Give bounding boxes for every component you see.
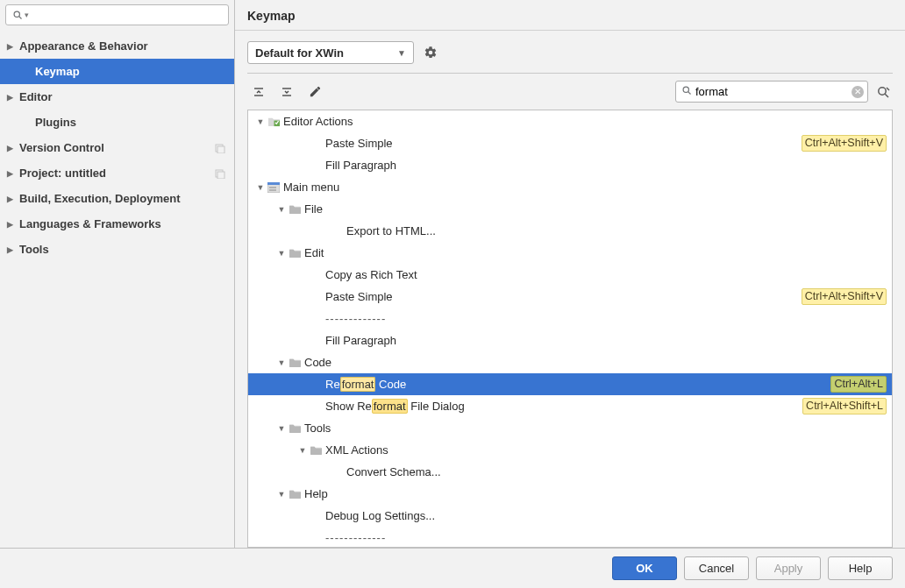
sidebar-item-label: Tools: [19, 243, 49, 256]
keymap-toolbar: ✕: [247, 79, 893, 110]
tree-row[interactable]: -------------: [248, 527, 892, 548]
svg-rect-3: [217, 146, 224, 153]
tree-row[interactable]: Debug Log Settings...: [248, 505, 892, 527]
tree-row[interactable]: ▼Editor Actions: [248, 110, 892, 132]
tree-row[interactable]: Export to HTML...: [248, 220, 892, 242]
chevron-down-icon: ▼: [276, 205, 287, 214]
chevron-right-icon: ▶: [7, 220, 17, 229]
svg-line-1: [19, 17, 22, 19]
chevron-right-icon: ▶: [7, 42, 17, 51]
chevron-down-icon: ▼: [255, 183, 266, 192]
sidebar-item-label: Appearance & Behavior: [19, 39, 148, 53]
tree-row-label: Tools: [303, 422, 887, 435]
tree-row-label: -------------: [324, 531, 887, 544]
settings-sidebar: ▾ ▶Appearance & BehaviorKeymap▶EditorPlu…: [0, 0, 235, 548]
tree-row-label: Copy as Rich Text: [324, 268, 887, 281]
sidebar-item-languages-frameworks[interactable]: ▶Languages & Frameworks: [0, 211, 234, 237]
find-shortcut-icon[interactable]: [873, 82, 893, 102]
help-button[interactable]: Help: [828, 556, 893, 580]
sidebar-item-keymap[interactable]: Keymap: [0, 59, 234, 84]
dialog-footer: OK Cancel Apply Help: [0, 549, 905, 588]
tree-row[interactable]: ▼Help: [248, 483, 892, 505]
tree-row[interactable]: ▼Tools: [248, 417, 892, 439]
action-search-input[interactable]: [695, 85, 848, 98]
sidebar-item-plugins[interactable]: Plugins: [0, 110, 234, 135]
sidebar-item-tools[interactable]: ▶Tools: [0, 237, 234, 262]
tree-row[interactable]: Fill Paragraph: [248, 329, 892, 351]
tree-row[interactable]: Show Reformat File DialogCtrl+Alt+Shift+…: [248, 395, 892, 417]
tree-row-label: Editor Actions: [281, 115, 887, 128]
chevron-down-icon: ▼: [276, 424, 287, 433]
clear-icon[interactable]: ✕: [852, 86, 864, 98]
svg-rect-5: [217, 172, 224, 179]
sidebar-item-build-execution-deployment[interactable]: ▶Build, Execution, Deployment: [0, 186, 234, 211]
tree-row[interactable]: ▼XML Actions: [248, 439, 892, 461]
tree-row[interactable]: Fill Paragraph: [248, 154, 892, 176]
folder-icon: [308, 444, 324, 456]
svg-point-12: [879, 87, 886, 94]
svg-point-0: [14, 11, 19, 17]
ok-button[interactable]: OK: [612, 556, 677, 580]
tree-row-label: Fill Paragraph: [324, 159, 887, 172]
chevron-down-icon: ▾: [25, 11, 29, 19]
tree-row[interactable]: ▼File: [248, 198, 892, 220]
shortcut-badge: Ctrl+Alt+Shift+V: [802, 288, 887, 305]
tree-row-label: Code: [303, 356, 887, 369]
sidebar-nav: ▶Appearance & BehaviorKeymap▶EditorPlugi…: [0, 32, 234, 548]
sidebar-item-label: Version Control: [19, 141, 104, 154]
tree-row-label: Paste Simple: [324, 290, 802, 303]
chevron-down-icon: ▼: [297, 446, 308, 455]
tree-row[interactable]: ▼Edit: [248, 242, 892, 264]
edit-icon[interactable]: [305, 82, 324, 102]
sidebar-item-appearance-behavior[interactable]: ▶Appearance & Behavior: [0, 33, 234, 59]
folder-icon: [287, 357, 303, 368]
svg-rect-17: [267, 182, 280, 185]
project-scope-icon: [215, 143, 225, 153]
chevron-down-icon: ▼: [255, 117, 266, 126]
tree-row-label: Convert Schema...: [345, 465, 887, 478]
tree-row[interactable]: -------------: [248, 308, 892, 329]
cancel-button[interactable]: Cancel: [684, 556, 749, 580]
search-icon: [681, 85, 692, 98]
chevron-down-icon: ▼: [397, 48, 406, 58]
action-search-field[interactable]: ✕: [675, 81, 868, 103]
sidebar-search-input[interactable]: [32, 9, 223, 22]
keymap-scheme-combo[interactable]: Default for XWin ▼: [247, 41, 414, 64]
tree-row[interactable]: Paste SimpleCtrl+Alt+Shift+V: [248, 132, 892, 154]
expand-all-icon[interactable]: [249, 82, 268, 102]
sidebar-search-box[interactable]: ▾: [5, 4, 229, 25]
tree-row[interactable]: Copy as Rich Text: [248, 264, 892, 286]
tree-row[interactable]: Reformat CodeCtrl+Alt+L: [248, 373, 892, 395]
shortcut-badge: Ctrl+Alt+L: [830, 376, 887, 393]
tree-row-label: Paste Simple: [324, 137, 802, 150]
tree-row[interactable]: ▼Code: [248, 351, 892, 373]
chevron-right-icon: ▶: [7, 93, 17, 102]
sidebar-item-version-control[interactable]: ▶Version Control: [0, 135, 234, 160]
shortcut-badge: Ctrl+Alt+Shift+L: [802, 398, 887, 414]
actions-tree[interactable]: ▼Editor ActionsPaste SimpleCtrl+Alt+Shif…: [247, 110, 893, 548]
apply-button[interactable]: Apply: [756, 556, 821, 580]
sidebar-item-label: Build, Execution, Deployment: [19, 192, 180, 205]
tree-row[interactable]: Paste SimpleCtrl+Alt+Shift+V: [248, 286, 892, 308]
svg-line-11: [688, 92, 691, 95]
sidebar-item-editor[interactable]: ▶Editor: [0, 84, 234, 110]
tree-row-label: File: [303, 202, 887, 216]
tree-row[interactable]: ▼Main menu: [248, 176, 892, 198]
tree-row-label: XML Actions: [324, 443, 887, 457]
shortcut-badge: Ctrl+Alt+Shift+V: [802, 135, 887, 152]
tree-row-label: Main menu: [281, 181, 887, 194]
chevron-down-icon: ▼: [276, 249, 287, 258]
tree-row-label: Show Reformat File Dialog: [324, 400, 802, 413]
tree-row[interactable]: Convert Schema...: [248, 461, 892, 483]
sidebar-item-project-untitled[interactable]: ▶Project: untitled: [0, 160, 234, 186]
settings-panel: Keymap Default for XWin ▼: [235, 0, 905, 548]
sidebar-item-label: Project: untitled: [19, 166, 106, 180]
menu-icon: [266, 182, 281, 193]
project-scope-icon: [215, 168, 225, 179]
tree-row-label: Edit: [303, 246, 887, 259]
tree-row-label: Debug Log Settings...: [324, 509, 887, 522]
chevron-right-icon: ▶: [7, 195, 17, 203]
svg-point-10: [683, 87, 688, 92]
gear-icon[interactable]: [421, 43, 440, 62]
collapse-all-icon[interactable]: [277, 82, 296, 102]
